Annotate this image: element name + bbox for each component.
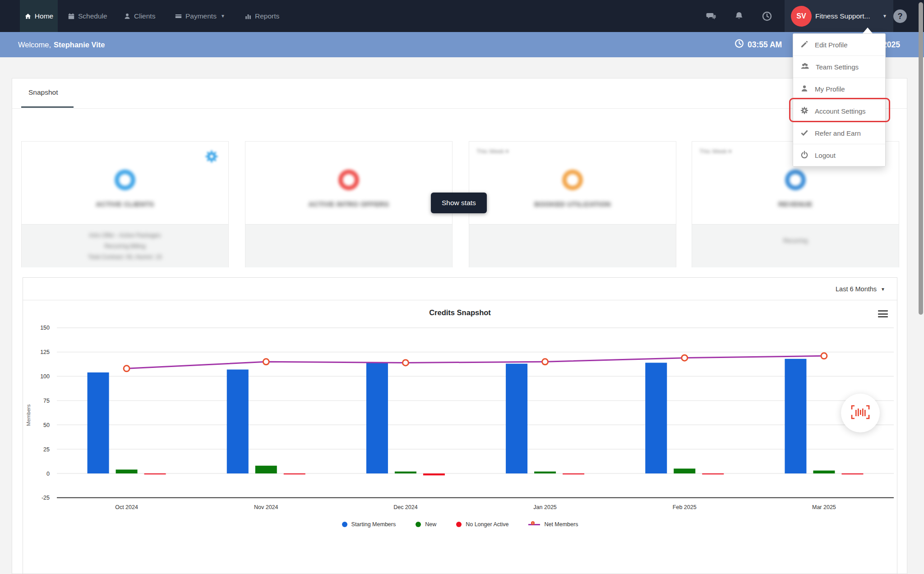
nav-item-schedule[interactable]: Schedule xyxy=(68,0,107,32)
user-icon xyxy=(800,84,808,94)
chevron-down-icon: ▼ xyxy=(882,0,887,32)
menu-label: My Profile xyxy=(815,85,845,93)
legend-dot xyxy=(416,522,421,527)
welcome-greeting: Welcome, xyxy=(18,41,51,49)
nav-label: Payments xyxy=(185,12,217,20)
week-range-dropdown[interactable]: This Week ▾ xyxy=(476,148,508,155)
footer-line: Intro Offer - Active Packages xyxy=(22,230,228,241)
user-name: Fitness Support... xyxy=(815,0,870,32)
stat-card-active-intro-offers: ACTIVE INTRO OFFERS xyxy=(245,141,453,267)
dropdown-caret xyxy=(863,28,873,33)
svg-text:75: 75 xyxy=(43,398,50,404)
svg-text:0: 0 xyxy=(46,471,50,477)
nav-label: Reports xyxy=(255,12,279,20)
svg-text:25: 25 xyxy=(43,446,50,453)
menu-label: Account Settings xyxy=(815,107,866,115)
current-time: 03:55 AM xyxy=(735,32,782,57)
bar-chart-icon xyxy=(245,13,252,20)
clock-icon xyxy=(735,39,744,51)
gear-icon xyxy=(800,106,808,116)
chart-legend: Starting Members New No Longer Active Ne… xyxy=(23,521,897,528)
card-title: ACTIVE INTRO OFFERS xyxy=(245,200,452,208)
menu-label: Team Settings xyxy=(816,63,859,71)
card-footer: Recurring xyxy=(692,224,899,267)
week-range-dropdown[interactable]: This Week ▾ xyxy=(699,148,731,155)
nav-label: Schedule xyxy=(78,12,107,20)
pencil-icon xyxy=(800,40,808,50)
menu-item-my-profile[interactable]: My Profile xyxy=(793,78,885,100)
menu-item-team-settings[interactable]: Team Settings xyxy=(793,56,885,78)
avatar: SV xyxy=(791,6,812,27)
home-icon xyxy=(24,13,32,20)
svg-text:-25: -25 xyxy=(42,495,50,501)
welcome-message: Welcome, Stephanie Vite xyxy=(18,32,105,57)
nav-item-clients[interactable]: Clients xyxy=(124,0,155,32)
active-intro-offers-donut-icon xyxy=(338,170,359,190)
chevron-down-icon: ▼ xyxy=(881,287,885,292)
legend-item-new[interactable]: New xyxy=(416,521,436,528)
user-dropdown-menu: Edit Profile Team Settings My Profile Ac… xyxy=(793,33,886,167)
legend-label: Starting Members xyxy=(351,521,396,528)
barcode-scan-widget[interactable] xyxy=(841,394,880,432)
legend-dot xyxy=(342,522,347,527)
revenue-donut-icon xyxy=(785,170,806,190)
help-icon[interactable]: ? xyxy=(893,9,907,23)
legend-item-starting-members[interactable]: Starting Members xyxy=(342,521,396,528)
bell-icon[interactable] xyxy=(734,11,744,22)
menu-item-logout[interactable]: Logout xyxy=(793,144,885,166)
scrollbar-thumb[interactable] xyxy=(919,2,923,315)
card-title: ACTIVE CLIENTS xyxy=(22,200,228,208)
svg-text:Members: Members xyxy=(26,404,31,426)
clock-icon[interactable] xyxy=(762,11,772,22)
stat-card-active-clients: ACTIVE CLIENTS Intro Offer - Active Pack… xyxy=(21,141,229,267)
chart-header: Last 6 Months ▼ xyxy=(23,278,897,300)
svg-text:Jan 2025: Jan 2025 xyxy=(533,504,556,510)
legend-dot xyxy=(456,522,462,527)
svg-text:Feb 2025: Feb 2025 xyxy=(673,504,697,510)
nav-label: Clients xyxy=(134,12,155,20)
active-clients-donut-icon xyxy=(115,170,135,190)
nav-label: Home xyxy=(35,12,53,20)
svg-text:Mar 2025: Mar 2025 xyxy=(812,504,836,510)
svg-text:100: 100 xyxy=(40,373,50,380)
user-menu-trigger[interactable]: SV Fitness Support... ▼ xyxy=(785,0,893,32)
legend-item-net-members[interactable]: Net Members xyxy=(528,521,578,528)
power-icon xyxy=(800,151,808,160)
footer-line: Recurring xyxy=(692,235,899,246)
footer-line: Recurring Billing xyxy=(22,241,228,252)
chevron-down-icon: ▼ xyxy=(221,14,225,18)
svg-text:Oct 2024: Oct 2024 xyxy=(115,504,138,510)
welcome-bar: Welcome, Stephanie Vite 03:55 AM 2025 xyxy=(0,32,924,57)
legend-label: New xyxy=(425,521,436,528)
chat-icon[interactable] xyxy=(706,11,716,22)
check-icon xyxy=(800,129,808,138)
svg-text:125: 125 xyxy=(40,349,50,355)
menu-label: Edit Profile xyxy=(815,41,848,49)
svg-text:50: 50 xyxy=(43,422,50,428)
range-selector-dropdown[interactable]: Last 6 Months ▼ xyxy=(836,278,885,300)
credit-card-icon xyxy=(175,13,182,20)
card-footer xyxy=(245,224,452,267)
credits-snapshot-chart: 1501251007550250-25MembersOct 2024Nov 20… xyxy=(23,316,898,517)
menu-label: Logout xyxy=(815,152,836,159)
nav-item-payments[interactable]: Payments ▼ xyxy=(175,0,225,32)
tab-snapshot[interactable]: Snapshot xyxy=(28,88,58,96)
top-navbar: Home Schedule Clients Payments ▼ Reports… xyxy=(0,0,924,32)
gear-icon[interactable] xyxy=(205,150,218,165)
card-title: REVENUE xyxy=(692,200,899,208)
person-icon xyxy=(124,13,131,20)
menu-item-refer-and-earn[interactable]: Refer and Earn xyxy=(793,122,885,144)
tab-active-underline xyxy=(21,106,74,108)
legend-item-no-longer-active[interactable]: No Longer Active xyxy=(456,521,508,528)
calendar-icon xyxy=(68,13,75,20)
card-footer xyxy=(469,224,676,267)
range-selector-label: Last 6 Months xyxy=(836,285,877,293)
tab-divider xyxy=(12,108,907,109)
show-stats-button[interactable]: Show stats xyxy=(431,193,487,213)
welcome-user-name: Stephanie Vite xyxy=(54,41,105,49)
nav-item-reports[interactable]: Reports xyxy=(245,0,279,32)
menu-item-account-settings[interactable]: Account Settings xyxy=(793,100,885,122)
nav-item-home[interactable]: Home xyxy=(20,0,58,32)
menu-item-edit-profile[interactable]: Edit Profile xyxy=(793,34,885,56)
svg-text:Dec 2024: Dec 2024 xyxy=(393,504,418,510)
